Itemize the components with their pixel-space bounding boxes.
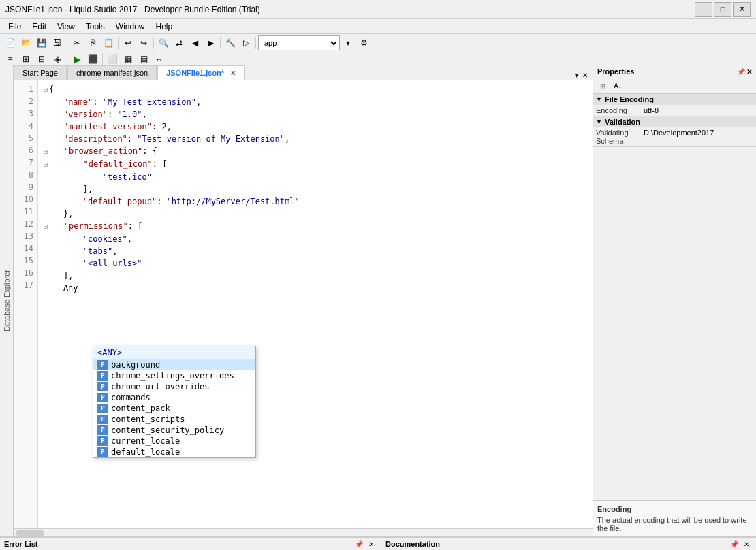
doc-pin-btn[interactable]: 📌 [729,539,740,549]
tab-close-icon[interactable]: ✕ [230,69,236,77]
autocomplete-item-content-pack[interactable]: P content_pack [93,403,255,414]
line-numbers: 1 2 3 4 5 6 7 8 9 10 11 12 13 14 15 16 1 [14,80,38,528]
app-selector[interactable]: app [258,35,340,50]
validation-header[interactable]: ▼ Validation [593,116,756,127]
validation-label: Validation [605,118,640,126]
layout-btn3[interactable]: ▤ [136,52,151,67]
menu-bar: File Edit View Tools Window Help [0,19,756,34]
find-btn[interactable]: 🔍 [156,35,171,50]
autocomplete-item-chrome-settings[interactable]: P chrome_settings_overrides [93,370,255,381]
properties-description: Encoding The actual encoding that will b… [593,500,756,536]
tb2-btn1[interactable]: ≡ [3,52,18,67]
autocomplete-item-current-locale[interactable]: P current_locale [93,436,255,447]
menu-window[interactable]: Window [110,20,151,33]
dropdown-btn[interactable]: ▾ [341,35,356,50]
cut-btn[interactable]: ✂ [69,35,84,50]
replace-btn[interactable]: ⇄ [172,35,187,50]
tab-chrome-manifest[interactable]: chrome-manifest.json [67,65,157,80]
tab-list-btn[interactable]: ▾ [573,71,580,80]
error-list-header: Error List 📌 ✕ [0,538,381,550]
properties-panel: Properties 📌 ✕ ⊞ A↓ … ▼ File Encoding En… [593,65,756,536]
sep2 [118,37,119,49]
save-btn[interactable]: 💾 [34,35,49,50]
tab-start-page[interactable]: Start Page [14,65,67,80]
title-bar-controls: ─ □ ✕ [695,2,751,17]
tb2-btn3[interactable]: ⊟ [34,52,49,67]
schema-value: D:\Development2017 [644,129,714,145]
sep6 [67,53,67,65]
menu-file[interactable]: File [3,20,27,33]
autocomplete-icon6: P [97,415,108,424]
extra-btn[interactable]: ⚙ [356,35,371,50]
documentation-panel: Documentation 📌 ✕ Documentation Breakpoi… [381,538,756,550]
autocomplete-icon8: P [97,436,108,446]
prop-extra-btn[interactable]: … [626,80,640,92]
open-btn[interactable]: 📂 [18,35,33,50]
properties-spacer [593,147,756,500]
autocomplete-list: P background P chrome_settings_overrides… [93,359,255,457]
autocomplete-item-commands[interactable]: P commands [93,392,255,403]
encoding-label: Encoding [596,106,644,114]
autocomplete-dropdown[interactable]: <ANY> P background P chrome_settings_ove… [93,346,256,458]
nav-back-btn[interactable]: ◀ [187,35,202,50]
close-button[interactable]: ✕ [733,2,751,17]
tb2-btn2[interactable]: ⊞ [18,52,33,67]
run-btn[interactable]: ▷ [238,35,253,50]
editor-area: Start Page chrome-manifest.json JSONFile… [14,65,593,536]
tb2-btn4[interactable]: ◈ [50,52,65,67]
error-pin-btn[interactable]: 📌 [353,539,364,549]
layout-btn1[interactable]: ⬜ [105,52,120,67]
menu-view[interactable]: View [52,20,80,33]
error-list-title: Error List [4,540,38,548]
properties-pin-btn[interactable]: 📌 [737,68,745,76]
prop-alpha-btn[interactable]: A↓ [611,80,625,92]
autocomplete-header: <ANY> [93,346,255,359]
copy-btn[interactable]: ⎘ [85,35,100,50]
autocomplete-icon3: P [97,382,108,391]
toolbar-row2: ≡ ⊞ ⊟ ◈ ▶ ⬛ ⬜ ▦ ▤ ↔ [0,50,756,65]
tab-json-file1[interactable]: JSONFile1.json* ✕ [157,65,245,80]
autocomplete-item-background[interactable]: P background [93,359,255,370]
menu-tools[interactable]: Tools [80,20,110,33]
file-encoding-label: File Encoding [605,95,654,103]
redo-btn[interactable]: ↪ [136,35,151,50]
doc-close-btn[interactable]: ✕ [741,539,752,549]
nav-fwd-btn[interactable]: ▶ [203,35,218,50]
autocomplete-icon: P [97,360,108,370]
validation-arrow: ▼ [596,118,602,125]
build-btn[interactable]: 🔨 [223,35,238,50]
code-content[interactable]: ⊟{ "name": "My Test Extension", "version… [38,80,593,528]
layout-btn2[interactable]: ▦ [121,52,136,67]
run2-btn[interactable]: ▶ [69,52,84,67]
undo-btn[interactable]: ↩ [121,35,136,50]
description-title: Encoding [597,505,752,513]
tb2-btn6[interactable]: ⬛ [85,52,100,67]
layout-btn4[interactable]: ↔ [152,52,167,67]
tab-close-all-btn[interactable]: ✕ [580,71,590,80]
save-all-btn[interactable]: 🖫 [50,35,65,50]
new-btn[interactable]: 📄 [3,35,18,50]
error-list-panel: Error List 📌 ✕ Code Location Description… [0,538,381,550]
maximize-button[interactable]: □ [714,2,731,17]
menu-help[interactable]: Help [151,20,178,33]
minimize-button[interactable]: ─ [695,2,712,17]
autocomplete-item-csp[interactable]: P content_security_policy [93,425,255,436]
schema-label: Validating Schema [596,129,644,145]
tab-bar: Start Page chrome-manifest.json JSONFile… [14,65,593,80]
properties-close-btn[interactable]: ✕ [746,68,752,76]
menu-edit[interactable]: Edit [27,20,52,33]
properties-panel-header: Properties 📌 ✕ [593,65,756,78]
autocomplete-item-default-locale[interactable]: P default_locale [93,447,255,457]
horizontal-scrollbar[interactable] [14,528,593,536]
sep4 [220,37,221,49]
autocomplete-icon7: P [97,425,108,435]
error-close-btn[interactable]: ✕ [366,539,377,549]
autocomplete-icon2: P [97,371,108,381]
error-list-actions: 📌 ✕ [353,539,377,549]
autocomplete-item-chrome-url[interactable]: P chrome_url_overrides [93,381,255,392]
prop-sort-btn[interactable]: ⊞ [596,80,610,92]
autocomplete-item-content-scripts[interactable]: P content_scripts [93,414,255,425]
paste-btn[interactable]: 📋 [101,35,116,50]
file-encoding-header[interactable]: ▼ File Encoding [593,94,756,105]
code-editor[interactable]: 1 2 3 4 5 6 7 8 9 10 11 12 13 14 15 16 1 [14,80,593,528]
